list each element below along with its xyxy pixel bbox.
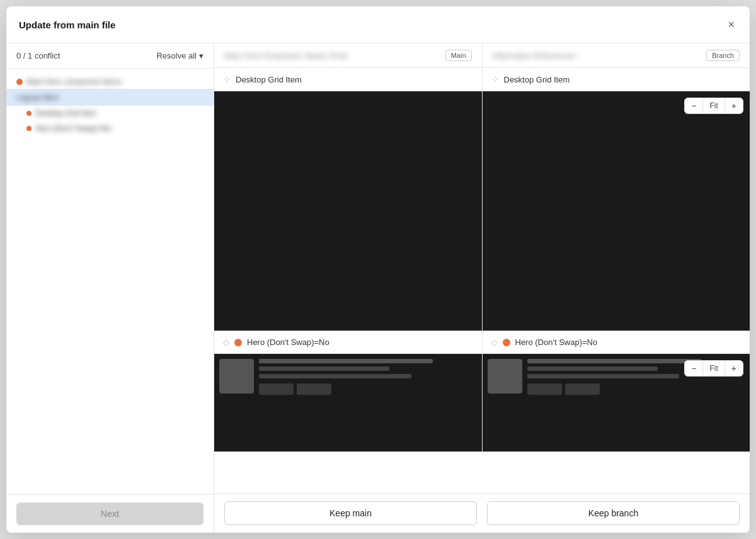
keep-branch-button[interactable]: Keep branch (487, 501, 740, 525)
zoom-out-button-1[interactable]: − (685, 98, 702, 113)
orange-circle-icon (234, 339, 242, 346)
preview-line-b1 (527, 359, 701, 363)
preview-content (214, 354, 482, 400)
keep-main-button[interactable]: Keep main (224, 501, 477, 525)
preview-btn-2 (297, 383, 331, 395)
sidebar-item-label: Layout Item (16, 93, 59, 102)
preview-line-b2 (527, 366, 658, 371)
preview-btn-row (259, 383, 477, 395)
branch-col-header: Alternative References Branch (483, 43, 750, 67)
conflict-count: 0 / 1 conflict (16, 51, 60, 60)
main-col-title: Main Hero Dropdown States Final (224, 51, 347, 60)
next-button[interactable]: Next (16, 502, 203, 525)
preview-line-2 (259, 366, 389, 371)
compare-header: Main Hero Dropdown States Final Main Alt… (214, 43, 750, 68)
compare-cell-main-1: ⁘ Desktop Grid Item (214, 68, 483, 331)
sidebar-list: Main Hero component demo Layout Item Des… (6, 69, 214, 494)
component-icon: ⁘ (223, 74, 231, 84)
sidebar-sub-item-label: Desktop Grid Item (35, 109, 96, 118)
diamond-icon-2: ◇ (491, 338, 498, 347)
main-col-header: Main Hero Dropdown States Final Main (214, 43, 483, 67)
compare-cell-label-branch-1: ⁘ Desktop Grid Item (483, 68, 750, 91)
sidebar-sub-item-label-2: Hero (Don't Swap)=No (35, 124, 112, 133)
main-content: Main Hero Dropdown States Final Main Alt… (214, 43, 750, 533)
sidebar-header: 0 / 1 conflict Resolve all ▾ (6, 43, 214, 69)
diamond-icon: ◇ (223, 338, 229, 347)
preview-line-1 (259, 359, 433, 363)
resolve-all-button[interactable]: Resolve all ▾ (156, 51, 203, 60)
cell-label-text-3: Hero (Don't Swap)=No (247, 338, 329, 347)
preview-line-3 (259, 374, 411, 378)
sidebar: 0 / 1 conflict Resolve all ▾ Main Hero c… (6, 43, 214, 533)
main-badge: Main (445, 50, 472, 61)
modal-title: Update from main file (19, 20, 115, 30)
compare-preview-branch-2: − Fit + (483, 354, 750, 451)
close-button[interactable]: × (725, 16, 737, 33)
sidebar-sub-item-hero[interactable]: Hero (Don't Swap)=No (6, 121, 214, 136)
sidebar-group-label: Main Hero component demo (26, 77, 122, 86)
cell-label-text-2: Desktop Grid Item (504, 75, 570, 84)
zoom-out-button-2[interactable]: − (685, 361, 702, 376)
compare-section-2: ◇ Hero (Don't Swap)=No (214, 331, 750, 452)
compare-section-1: ⁘ Desktop Grid Item ⁘ Desktop Grid Item (214, 68, 750, 331)
preview-btn-1 (259, 383, 294, 395)
compare-cell-label-main-2: ◇ Hero (Don't Swap)=No (214, 331, 482, 354)
compare-cell-main-2: ◇ Hero (Don't Swap)=No (214, 331, 483, 451)
preview-thumbnail-2 (488, 359, 522, 394)
zoom-fit-label-1: Fit (702, 98, 724, 113)
compare-footer: Keep main Keep branch (214, 493, 750, 533)
compare-preview-main-1 (214, 91, 482, 331)
sidebar-footer: Next (6, 494, 214, 533)
compare-preview-branch-1: − Fit + (483, 91, 750, 331)
compare-cell-label-branch-2: ◇ Hero (Don't Swap)=No (483, 331, 750, 354)
zoom-fit-label-2: Fit (702, 361, 724, 376)
cell-label-text: Desktop Grid Item (236, 75, 302, 84)
branch-badge: Branch (706, 50, 740, 61)
preview-text-block (259, 359, 477, 395)
preview-line-b3 (527, 374, 680, 378)
preview-btn-b2 (565, 383, 600, 395)
modal: Update from main file × 0 / 1 conflict R… (6, 6, 750, 533)
component-icon-2: ⁘ (491, 74, 499, 84)
compare-scroll[interactable]: ⁘ Desktop Grid Item ⁘ Desktop Grid Item (214, 68, 750, 493)
orange-dot-icon (16, 79, 23, 85)
preview-btn-row-2 (527, 383, 745, 395)
cell-label-text-4: Hero (Don't Swap)=No (515, 338, 598, 347)
compare-cell-label-main-1: ⁘ Desktop Grid Item (214, 68, 482, 91)
orange-dot-small-icon-2 (26, 126, 32, 131)
sidebar-item-layout[interactable]: Layout Item (6, 89, 214, 106)
sidebar-group: Main Hero component demo (6, 74, 214, 89)
modal-body: 0 / 1 conflict Resolve all ▾ Main Hero c… (6, 43, 750, 533)
zoom-in-button-2[interactable]: + (725, 361, 743, 376)
sidebar-sub-item-desktop-grid[interactable]: Desktop Grid Item (6, 106, 214, 121)
preview-btn-b1 (527, 383, 562, 395)
zoom-controls-1: − Fit + (684, 98, 743, 114)
branch-col-title: Alternative References (493, 51, 576, 60)
zoom-controls-2: − Fit + (684, 360, 743, 377)
preview-thumbnail (219, 359, 254, 394)
modal-header: Update from main file × (6, 6, 750, 43)
orange-circle-icon-2 (503, 339, 510, 346)
compare-preview-main-2 (214, 354, 482, 451)
compare-cell-branch-1: ⁘ Desktop Grid Item − Fit + (483, 68, 750, 331)
zoom-in-button-1[interactable]: + (725, 98, 743, 113)
orange-dot-small-icon (26, 111, 32, 116)
compare-cell-branch-2: ◇ Hero (Don't Swap)=No (483, 331, 750, 451)
